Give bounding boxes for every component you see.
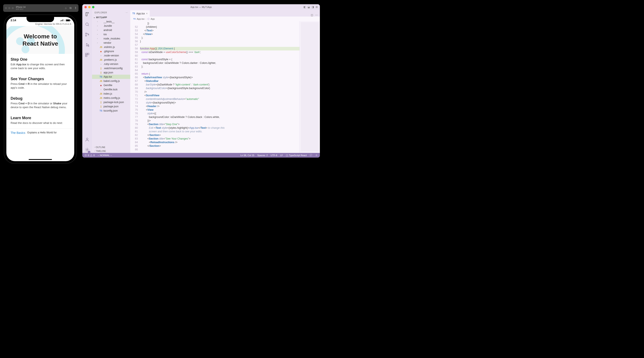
panel-bottom-icon[interactable]: ⬓ [308,6,310,8]
tree-item[interactable]: ▫Gemfile.lock [92,88,130,92]
ts-icon: TS [132,12,135,15]
more-icon[interactable]: ⋯ [315,14,318,16]
tree-item[interactable]: JSmetro.config.js [92,96,130,100]
bell-icon[interactable] [315,154,318,157]
tree-item[interactable]: ›android [92,28,130,32]
tree-item[interactable]: {}package.json [92,104,130,108]
hero-title: Welcome toReact Native [10,33,70,47]
max-dot[interactable] [12,7,14,9]
hero: Welcome toReact Native [6,26,74,54]
min-dot[interactable] [8,7,10,9]
tree-item-label: tsconfig.json [104,109,118,112]
tree-item-label: App.tsx [104,75,112,78]
outline-row[interactable]: ›OUTLINE [92,145,130,149]
code-area[interactable]: }} {children} </Text> </View> );}functio… [140,21,300,153]
svg-rect-5 [86,53,87,55]
tree-item-label: node_modules [104,37,120,40]
tree-item[interactable]: ▫.ruby-version [92,62,130,66]
tree-item-label: Gemfile.lock [104,88,118,91]
svg-point-2 [86,35,86,36]
notch [26,17,54,22]
section-title: Learn More [10,116,70,120]
extensions-icon[interactable] [85,52,90,58]
status-bar: 0 0 -- NORMAL -- Ln 58, Col 15 Spaces: 2… [82,153,320,158]
tree-item[interactable]: {}package-lock.json [92,100,130,104]
tree-item[interactable]: JS.eslintrc.js [92,45,130,49]
close-icon[interactable]: × [146,12,148,15]
tree-item[interactable]: TStsconfig.json [92,108,130,113]
encoding[interactable]: UTF-8 [271,154,277,156]
tree-item[interactable]: TSApp.tsx [92,75,130,79]
footer-row[interactable]: The Basics Explains a Hello World for [6,128,74,137]
tree-item[interactable]: ›node_modules [92,36,130,41]
min-dot[interactable] [88,6,90,8]
home-indicator[interactable] [29,159,52,160]
panel-right-icon[interactable]: ◨ [312,6,314,8]
wifi-icon: 􀙇 [64,19,65,22]
tree-item[interactable]: JSindex.js [92,92,130,96]
iphone-frame: 2:14 􀙇 Engine: Hermes for RN 0.71.0-rc.5… [4,15,76,163]
traffic-lights [5,7,14,9]
search-icon[interactable] [85,22,90,28]
timeline-row[interactable]: ›TIMELINE [92,149,130,153]
layout-icon[interactable]: ◧ [304,6,306,8]
tree-item[interactable]: JSbabel.config.js [92,79,130,83]
close-dot[interactable] [5,7,7,9]
indent[interactable]: Spaces: 2 [257,154,268,156]
engine-label: Engine: Hermes for RN 0.71.0-rc.5 [6,22,74,26]
max-dot[interactable] [92,6,94,8]
source-control-icon[interactable] [85,32,90,38]
window-title: App.tsx — My71App [190,6,212,8]
editor[interactable]: 5253545556575859606162636465666768697071… [130,21,320,153]
clock: 2:14 [10,19,16,22]
tree-item-label: Gemfile [104,84,112,87]
problems[interactable]: 0 0 [84,154,94,156]
explorer-icon[interactable] [85,12,90,18]
footer-link[interactable]: The Basics [10,131,25,134]
section-title: Debug [10,96,70,101]
tab-app-tsx[interactable]: TS App.tsx × [130,10,150,16]
section-body: Press Cmd + D in the simulator or Shake … [10,102,70,109]
minimap[interactable] [300,21,320,153]
section-1: See Your ChangesPress Cmd + R in the sim… [6,74,74,93]
device-label: iPhone 14 iOS 16.1 [16,6,26,10]
svg-rect-6 [88,53,89,55]
feedback-icon[interactable] [310,154,312,157]
tree-item[interactable]: ›.bundle [92,24,130,28]
sidebar-header: EXPLORER ⋯ [92,10,130,15]
project-row[interactable]: ⌄ MY71APP [92,15,130,20]
tree-item[interactable]: ◆Gemfile [92,83,130,88]
customize-layout-icon[interactable]: ⊞ [316,6,318,8]
close-dot[interactable] [84,6,87,8]
rotate-icon[interactable]: ↥ [74,6,77,10]
tree-item-label: ios [104,33,107,36]
tree-item-label: babel.config.js [104,80,120,82]
tree-item[interactable]: ›ios [92,32,130,36]
breadcrumb[interactable]: TS App.tsx › ⬡ App [130,16,320,21]
cursor-pos[interactable]: Ln 58, Col 15 [240,154,254,156]
settings-icon[interactable] [85,148,90,153]
sidebar: EXPLORER ⋯ ⌄ MY71APP ›__tests__›.bundle›… [92,10,130,153]
eol[interactable]: LF [280,154,283,156]
screenshot-icon[interactable]: ⧉ [70,6,72,10]
tree-item-label: __tests__ [104,20,114,23]
tree-item[interactable]: ›vendor [92,41,130,45]
file-tree: ›__tests__›.bundle›android›ios›node_modu… [92,20,130,145]
tree-item[interactable]: JS.prettierrc.js [92,58,130,62]
home-icon[interactable]: ⌂ [65,6,66,10]
tree-item[interactable]: ◆.gitignore [92,49,130,54]
split-editor-icon[interactable]: ◫ [311,14,313,16]
section-3: Learn MoreRead the docs to discover what… [6,112,74,128]
tree-item[interactable]: ›__tests__ [92,20,130,24]
debug-icon[interactable] [85,42,90,48]
more-icon[interactable]: ⋯ [126,12,128,14]
tree-item[interactable]: {}app.json [92,70,130,75]
tree-item[interactable]: {}.watchmanconfig [92,66,130,70]
chevron-down-icon: ⌄ [93,16,95,19]
language-mode[interactable]: { }TypeScript React [286,154,307,156]
tree-item-label: index.js [104,92,112,95]
tree-item[interactable]: ▫.node-version [92,54,130,58]
tree-item-label: vendor [104,41,111,44]
section-body: Press Cmd + R in the simulator to reload… [10,82,70,90]
account-icon[interactable] [85,137,90,143]
